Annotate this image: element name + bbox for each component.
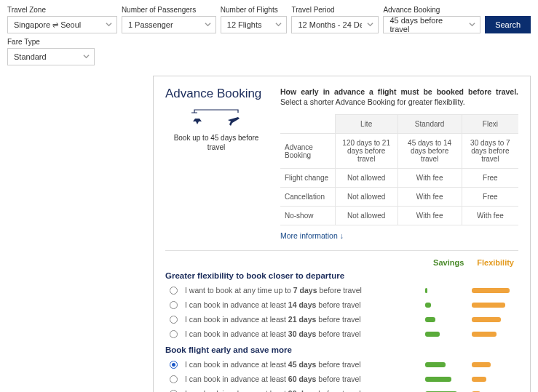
col-flexi: Flexi — [462, 115, 518, 134]
travel-zone-from: Singapore — [14, 20, 50, 29]
flexibility-bar — [472, 288, 510, 293]
table-cell: With fee — [397, 169, 462, 188]
savings-bar — [425, 362, 446, 367]
travel-zone-select[interactable]: Singapore ⇌ Seoul — [7, 16, 117, 33]
swap-icon: ⇌ — [52, 21, 58, 29]
table-row: No-showNot allowedWith feeWith fee — [280, 207, 518, 225]
flights-value: 12 Flights — [227, 20, 262, 29]
advance-value: 45 days before travel — [389, 16, 464, 33]
table-cell: 30 days to 7 days before travel — [462, 134, 518, 169]
booking-option[interactable]: I can book in advance at least 14 days b… — [165, 297, 518, 312]
option-label: I can book in advance at least 14 days b… — [185, 300, 425, 309]
table-cell: Free — [462, 188, 518, 207]
table-cell: 45 days to 14 days before travel — [397, 134, 462, 169]
chevron-down-icon — [367, 20, 373, 29]
booking-option[interactable]: I can book in advance at least 21 days b… — [165, 312, 518, 327]
table-cell: 120 days to 21 days before travel — [335, 134, 397, 169]
savings-bar — [425, 377, 451, 382]
flexibility-bar — [472, 332, 497, 337]
fare-type-select[interactable]: Standard — [7, 48, 95, 65]
flexibility-bar — [472, 362, 491, 367]
flights-label: Number of Flights — [221, 6, 288, 14]
group-savings-head: Book flight early and save more — [165, 345, 518, 354]
search-button[interactable]: Search — [485, 16, 531, 33]
flexibility-bar — [472, 377, 486, 382]
advance-booking-panel: Advance Booking Book up to 45 days befor… — [153, 76, 531, 392]
booking-option[interactable]: I can book in advance at least 30 days b… — [165, 327, 518, 341]
row-header: Flight change — [280, 169, 335, 188]
radio-icon — [170, 330, 178, 338]
table-cell: With fee — [462, 207, 518, 225]
chevron-down-icon — [469, 20, 475, 29]
passengers-value: 1 Passenger — [128, 20, 173, 29]
table-cell: Not allowed — [335, 188, 397, 207]
booking-option[interactable]: I can book in advance at least 60 days b… — [165, 372, 518, 386]
row-header: Advance Booking — [280, 134, 335, 169]
passengers-select[interactable]: 1 Passenger — [122, 16, 216, 33]
radio-icon — [170, 361, 178, 369]
option-label: I can book in advance at least 60 days b… — [185, 375, 425, 383]
table-row: Flight changeNot allowedWith feeFree — [280, 169, 518, 188]
table-cell: Not allowed — [335, 207, 397, 225]
passengers-label: Number of Passengers — [122, 6, 216, 14]
flexibility-bar — [472, 303, 505, 308]
table-row: CancellationNot allowedWith feeFree — [280, 188, 518, 207]
savings-header: Savings — [433, 258, 464, 267]
chevron-down-icon — [275, 20, 282, 29]
table-cell: Free — [462, 169, 518, 188]
group-flexibility-head: Greater flexibility to book closer to de… — [165, 271, 518, 280]
table-row: Advance Booking120 days to 21 days befor… — [280, 134, 518, 169]
savings-bar — [425, 303, 431, 308]
period-value: 12 Months - 24 Dec 2... — [298, 20, 362, 29]
table-cell: With fee — [397, 188, 462, 207]
option-label: I want to book at any time up to 7 days … — [185, 286, 425, 295]
savings-bar — [425, 332, 440, 337]
savings-bar — [425, 288, 427, 293]
table-cell: With fee — [397, 207, 462, 225]
booking-option[interactable]: I can book in advance at least 45 days b… — [165, 357, 518, 372]
row-header: No-show — [280, 207, 335, 225]
option-label: I can book in advance at least 21 days b… — [185, 315, 425, 324]
radio-icon — [170, 316, 178, 324]
radio-icon — [170, 287, 178, 295]
radio-icon — [170, 301, 178, 309]
flights-select[interactable]: 12 Flights — [221, 16, 288, 33]
radio-icon — [170, 375, 178, 383]
panel-desc-bold: How early in advance a flight must be bo… — [280, 87, 518, 96]
travel-zone-label: Travel Zone — [7, 6, 117, 14]
fare-comparison-table: Lite Standard Flexi Advance Booking120 d… — [280, 114, 518, 225]
flexibility-header: Flexibility — [477, 258, 514, 267]
booking-option[interactable]: I can book in advance at least 90 days b… — [165, 386, 518, 392]
savings-bar — [425, 317, 435, 322]
more-information-link[interactable]: More information ↓ — [280, 231, 344, 240]
col-lite: Lite — [335, 115, 397, 134]
panel-caption: Book up to 45 days before travel — [165, 133, 267, 152]
booking-option[interactable]: I want to book at any time up to 7 days … — [165, 283, 518, 297]
advance-label: Advance Booking — [383, 6, 480, 14]
col-standard: Standard — [397, 115, 462, 134]
chevron-down-icon — [106, 20, 112, 29]
table-cell: Not allowed — [335, 169, 397, 188]
booking-window-icon — [165, 108, 267, 129]
divider — [165, 250, 518, 251]
filter-bar: Travel Zone Singapore ⇌ Seoul Number of … — [0, 0, 538, 36]
flexibility-bar — [472, 317, 501, 322]
table-header-row: Lite Standard Flexi — [280, 115, 518, 134]
travel-zone-to: Seoul — [60, 20, 81, 29]
row-header: Cancellation — [280, 188, 335, 207]
panel-title: Advance Booking — [165, 87, 267, 101]
option-label: I can book in advance at least 90 days b… — [185, 389, 425, 392]
chevron-down-icon — [205, 20, 211, 29]
fare-type-value: Standard — [14, 52, 47, 61]
advance-select[interactable]: 45 days before travel — [383, 16, 480, 33]
panel-desc-rest: Select a shorter Advance Booking for gre… — [280, 97, 465, 106]
period-label: Travel Period — [291, 6, 379, 14]
option-label: I can book in advance at least 45 days b… — [185, 360, 425, 369]
fare-type-label: Fare Type — [7, 38, 95, 46]
bars-header: Savings Flexibility — [165, 258, 518, 267]
panel-description: How early in advance a flight must be bo… — [280, 87, 518, 107]
option-label: I can book in advance at least 30 days b… — [185, 329, 425, 338]
period-select[interactable]: 12 Months - 24 Dec 2... — [291, 16, 379, 33]
chevron-down-icon — [83, 52, 90, 61]
